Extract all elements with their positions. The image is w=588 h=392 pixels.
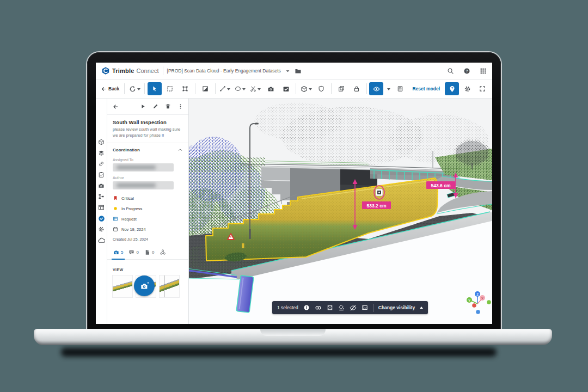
add-snapshot-button[interactable]	[134, 275, 155, 296]
marker-question-button[interactable]	[445, 82, 459, 95]
request-icon	[113, 216, 118, 222]
rail-layers-icon[interactable]	[97, 150, 105, 156]
image-box-icon[interactable]	[362, 304, 368, 311]
chevron-down-icon	[137, 88, 140, 92]
marquee-icon	[167, 85, 173, 92]
marker-question-icon	[449, 85, 456, 93]
rail-cloud-icon[interactable]	[97, 237, 105, 243]
panel-tabs: 5 0 0	[107, 246, 188, 260]
snapshot-camera-button[interactable]	[264, 82, 278, 95]
search-icon[interactable]	[447, 68, 454, 75]
point-cloud-scene: 533.2 cm 543.6 cm Z	[189, 99, 492, 324]
author-value-redacted	[113, 181, 174, 189]
measure-button[interactable]	[218, 82, 232, 95]
coordination-section-header[interactable]: Coordination	[107, 143, 188, 154]
trimble-connect-logo[interactable]: Trimble Connect	[101, 66, 159, 75]
transform-button[interactable]	[178, 82, 192, 95]
change-visibility-button[interactable]: Change visibility	[378, 305, 415, 310]
play-button[interactable]	[140, 103, 146, 109]
share-network-icon	[160, 249, 166, 255]
delete-trash-button[interactable]	[165, 103, 171, 109]
clip-plane-button[interactable]	[198, 82, 212, 95]
rail-models-cube-icon[interactable]	[97, 139, 105, 145]
cut-button[interactable]	[248, 82, 262, 95]
link-chain-icon[interactable]	[315, 304, 322, 311]
visibility-dropdown[interactable]	[384, 82, 392, 95]
clip-icon	[202, 85, 209, 92]
chevron-down-icon	[242, 88, 246, 92]
lock-icon	[353, 85, 360, 92]
view-3d-button[interactable]	[299, 82, 313, 95]
model-viewport[interactable]: 533.2 cm 543.6 cm Z	[189, 99, 492, 324]
status-row: In Progress	[107, 203, 188, 213]
shield-icon	[318, 85, 324, 92]
project-dropdown[interactable]	[285, 68, 291, 74]
rail-todo-icon-active[interactable]	[97, 215, 105, 222]
divider	[215, 83, 216, 94]
marquee-select-button[interactable]	[163, 82, 177, 95]
section-title: Coordination	[113, 148, 140, 152]
rail-hierarchy-icon[interactable]	[97, 193, 105, 200]
sync-orbit-button[interactable]	[127, 82, 142, 95]
rail-table-icon[interactable]	[97, 204, 105, 211]
shield-button[interactable]	[314, 82, 328, 95]
more-kebab-button[interactable]	[177, 103, 183, 109]
isolate-icon[interactable]	[327, 304, 333, 311]
assigned-to-label: Assigned To	[113, 158, 183, 162]
apps-grid-icon[interactable]	[480, 68, 487, 75]
overlap-icon	[338, 85, 345, 92]
hide-eye-icon[interactable]	[350, 304, 357, 311]
todo-details-panel: South Wall Inspection please review sout…	[107, 99, 189, 324]
camera-icon	[113, 249, 119, 255]
brand-name: Trimble	[112, 68, 134, 74]
trimble-logo-icon	[101, 66, 110, 75]
panel-back-button[interactable]	[112, 103, 119, 110]
snapshot-thumbnail[interactable]	[159, 275, 180, 298]
scissors-icon	[250, 85, 256, 92]
tab-count: 5	[121, 250, 123, 255]
back-button[interactable]: Back	[99, 86, 121, 92]
reset-model-link[interactable]: Reset model	[408, 86, 444, 91]
edit-pencil-button[interactable]	[152, 103, 158, 109]
chevron-down-icon	[227, 88, 230, 92]
info-icon[interactable]	[303, 304, 310, 311]
snapshot-thumbnail[interactable]	[112, 275, 133, 298]
markup-camera-button[interactable]	[279, 82, 293, 95]
transform-icon	[182, 85, 188, 92]
rail-clipboard-icon[interactable]	[97, 171, 105, 178]
divider	[296, 83, 296, 94]
settings-button[interactable]	[460, 82, 474, 95]
calculator-button[interactable]	[393, 82, 407, 95]
folder-icon[interactable]	[295, 68, 302, 75]
author-label: Author	[113, 176, 183, 180]
rail-gear-icon[interactable]	[97, 226, 105, 232]
rail-link-icon[interactable]	[97, 161, 105, 167]
gizmo-y-label: Y	[468, 299, 470, 302]
chevron-down-icon	[387, 88, 390, 92]
selected-count: 1 selected	[277, 305, 298, 310]
chevron-down-icon	[309, 88, 312, 92]
measurement-label: 543.6 cm	[431, 183, 451, 188]
tab-snapshots[interactable]: 5	[111, 249, 126, 259]
paint-fill-icon[interactable]	[338, 304, 345, 311]
top-bar: Trimble Connect [PROD] Scan Data Cloud -…	[96, 63, 492, 79]
fullscreen-button[interactable]	[475, 82, 489, 95]
camera-check-icon	[283, 85, 290, 93]
shape-ellipse-button[interactable]	[233, 82, 247, 95]
project-title: [PROD] Scan Data Cloud - Early Engagemen…	[167, 68, 281, 74]
help-icon[interactable]	[463, 68, 470, 75]
visibility-button[interactable]	[369, 82, 383, 95]
caret-up-icon	[420, 305, 423, 309]
ellipse-icon	[235, 85, 241, 92]
select-cursor-button[interactable]	[148, 82, 162, 95]
add-camera-icon	[140, 281, 149, 291]
status-dot-icon	[113, 206, 118, 211]
overlay-windows-button[interactable]	[334, 82, 348, 95]
priority-label: Critical	[121, 196, 134, 201]
tab-comments[interactable]: 0	[126, 249, 141, 259]
priority-row: Critical	[107, 193, 188, 203]
rail-camera-icon[interactable]	[97, 182, 105, 189]
tab-documents[interactable]: 0	[142, 249, 157, 259]
lock-button[interactable]	[350, 82, 364, 95]
tab-share[interactable]	[157, 249, 169, 259]
